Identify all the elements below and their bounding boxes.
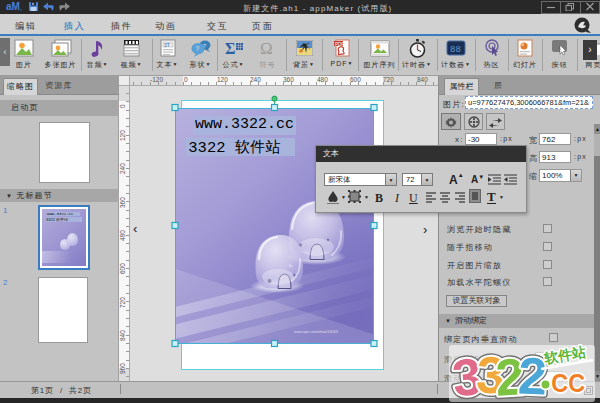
svg-text:hi: hi [289, 263, 292, 268]
svg-text:3T: 3T [164, 42, 170, 48]
svg-text:?: ? [195, 45, 199, 52]
svg-text:?: ? [203, 42, 206, 48]
svg-text:Σ: Σ [225, 40, 235, 57]
svg-text:88: 88 [450, 45, 461, 55]
svg-text:C: C [568, 369, 585, 397]
svg-text:www.nipic.com/show/1/6203: www.nipic.com/show/1/6203 [294, 330, 338, 334]
svg-text:C: C [551, 369, 568, 397]
svg-text:PDF: PDF [335, 42, 344, 47]
svg-text:Ω: Ω [260, 39, 273, 57]
